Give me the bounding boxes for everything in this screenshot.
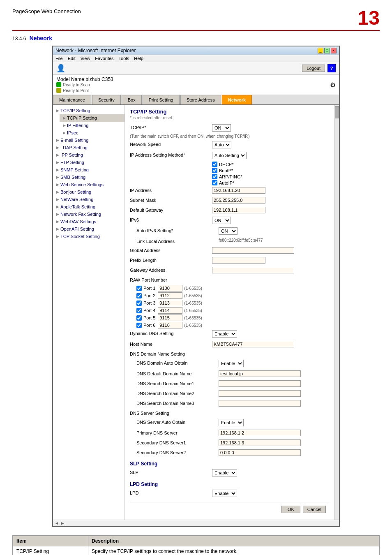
secondary-dns1-input[interactable] xyxy=(219,439,301,446)
menu-edit[interactable]: Edit xyxy=(68,56,76,61)
menu-file[interactable]: File xyxy=(55,56,63,61)
secondary-dns2-input[interactable] xyxy=(219,449,301,456)
global-address-input[interactable] xyxy=(212,247,294,254)
gateway-address-input[interactable] xyxy=(212,267,294,273)
sidebar-item-tcpip-group[interactable]: ▶ TCP/IP Setting xyxy=(53,107,125,114)
dynamic-dns-select[interactable]: EnableDisable xyxy=(212,330,237,338)
sidebar-item-networkfax[interactable]: ▶ Network Fax Setting xyxy=(53,210,125,218)
sidebar-item-ipp[interactable]: ▶ IPP Setting xyxy=(53,151,125,159)
tab-box[interactable]: Box xyxy=(122,95,142,104)
port2-input[interactable] xyxy=(158,292,182,299)
port5-checkbox[interactable] xyxy=(136,315,142,321)
port6-checkbox[interactable] xyxy=(136,323,142,328)
network-speed-value: Auto xyxy=(212,141,329,148)
sidebar-item-webdav[interactable]: ▶ WebDAV Settings xyxy=(53,218,125,225)
sidebar-item-ftp[interactable]: ▶ FTP Setting xyxy=(53,159,125,166)
raw-port-label-row: RAW Port Number xyxy=(130,276,329,283)
close-button[interactable]: × xyxy=(331,48,337,53)
sidebar-item-ipsec[interactable]: ▶ IPsec xyxy=(60,129,125,136)
port6-input[interactable] xyxy=(158,322,182,328)
tcpip-select[interactable]: ONOFF xyxy=(212,124,231,132)
sidebar-item-tcpip-setting[interactable]: ▶ TCP/IP Setting xyxy=(60,114,125,122)
maximize-button[interactable]: □ xyxy=(324,48,330,53)
network-speed-select[interactable]: Auto xyxy=(212,141,231,148)
port3-checkbox[interactable] xyxy=(136,301,142,306)
tab-network[interactable]: Network xyxy=(222,95,252,104)
default-gateway-row: Default Gateway xyxy=(130,206,329,214)
default-gateway-input[interactable] xyxy=(212,207,265,213)
tab-security[interactable]: Security xyxy=(92,95,121,104)
dns-domain-auto-label: DNS Domain Auto Obtain xyxy=(136,360,219,365)
tab-maintenance[interactable]: Maintenance xyxy=(53,95,91,104)
sidebar-item-openapi[interactable]: ▶ OpenAPI Setting xyxy=(53,225,125,233)
bootp-checkbox[interactable] xyxy=(212,168,217,173)
port4-input[interactable] xyxy=(158,307,182,314)
dns-domain-auto-select[interactable]: EnableDisable xyxy=(219,360,244,367)
ipv6-select[interactable]: ONOFF xyxy=(212,217,231,224)
menu-favorites[interactable]: Favorites xyxy=(95,56,113,61)
ip-method-select[interactable]: Auto Setting xyxy=(212,152,247,159)
sidebar-item-snmp[interactable]: ▶ SNMP Setting xyxy=(53,166,125,173)
minimize-button[interactable]: _ xyxy=(318,48,323,53)
host-name-input[interactable] xyxy=(212,341,294,347)
menu-tools[interactable]: Tools xyxy=(119,56,129,61)
link-local-label: Link-Local Address xyxy=(136,238,219,244)
slp-select[interactable]: EnableDisable xyxy=(212,469,237,476)
cancel-button[interactable]: Cancel xyxy=(303,506,326,513)
auto-ipv6-select[interactable]: ONOFF xyxy=(219,227,238,235)
sidebar-item-webservice[interactable]: ▶ Web Service Settings xyxy=(53,181,125,188)
dns-default-domain-row: DNS Default Domain Name xyxy=(130,370,329,378)
port3-input[interactable] xyxy=(158,300,182,306)
sidebar-item-ip-filtering[interactable]: ▶ IP Filtering xyxy=(60,122,125,129)
dns-search3-row: DNS Search Domain Name3 xyxy=(130,399,329,407)
port5-input[interactable] xyxy=(158,314,182,321)
port3-label: Port 3 xyxy=(143,301,155,305)
prefix-length-input[interactable] xyxy=(212,257,265,264)
scroll-thumb[interactable] xyxy=(335,106,339,118)
dns-search2-label: DNS Search Domain Name2 xyxy=(136,390,219,396)
tab-store-address[interactable]: Store Address xyxy=(180,95,221,104)
primary-dns-input[interactable] xyxy=(219,430,301,436)
secondary-dns1-label: Secondary DNS Server1 xyxy=(136,439,219,445)
subnet-mask-input[interactable] xyxy=(212,197,265,204)
scrollbar-vertical[interactable] xyxy=(334,105,339,520)
auto-ipv6-row: Auto IPv6 Setting* ONOFF xyxy=(130,227,329,236)
menu-help[interactable]: Help xyxy=(134,56,143,61)
lpd-select[interactable]: EnableDisable xyxy=(212,490,237,497)
tab-print-setting[interactable]: Print Setting xyxy=(143,95,180,104)
arpping-checkbox[interactable] xyxy=(212,174,217,179)
autoip-checkbox[interactable] xyxy=(212,180,217,185)
dns-search3-input[interactable] xyxy=(219,400,301,407)
lpd-label: LPD xyxy=(130,490,212,495)
port1-input[interactable] xyxy=(158,285,182,291)
dns-server-auto-select[interactable]: EnableDisable xyxy=(219,419,244,426)
port2-checkbox[interactable] xyxy=(136,293,142,298)
dhcp-checkbox[interactable] xyxy=(212,162,217,167)
port4-checkbox[interactable] xyxy=(136,308,142,313)
logout-button[interactable]: Logout xyxy=(302,65,325,72)
ok-button[interactable]: OK xyxy=(281,506,300,513)
sidebar-item-appletalk[interactable]: ▶ AppleTalk Setting xyxy=(53,203,125,210)
port6-row: Port 6 (1-65535) xyxy=(130,322,329,328)
reference-table: Item Description TCP/IP Setting Specify … xyxy=(12,535,380,555)
secondary-dns1-row: Secondary DNS Server1 xyxy=(130,439,329,447)
dns-search1-input[interactable] xyxy=(219,380,301,387)
menu-view[interactable]: View xyxy=(81,56,90,61)
dns-search3-label: DNS Search Domain Name3 xyxy=(136,400,219,406)
sidebar-item-netware[interactable]: ▶ NetWare Setting xyxy=(53,196,125,203)
sidebar-item-email[interactable]: ▶ E-mail Setting xyxy=(53,136,125,144)
sidebar-item-ldap[interactable]: ▶ LDAP Setting xyxy=(53,144,125,151)
sidebar-item-bonjour[interactable]: ▶ Bonjour Setting xyxy=(53,188,125,196)
help-button[interactable]: ? xyxy=(327,64,336,72)
main-content: TCP/IP Setting * is reflected after rese… xyxy=(125,105,334,520)
sidebar-item-tcpsocket[interactable]: ▶ TCP Socket Setting xyxy=(53,233,125,240)
ip-address-row: IP Address xyxy=(130,186,329,194)
sidebar: ▶ TCP/IP Setting ▶ TCP/IP Setting ▶ IP F… xyxy=(53,105,125,520)
refresh-icon[interactable]: ⚙ xyxy=(330,81,336,89)
dns-search2-input[interactable] xyxy=(219,390,301,397)
sidebar-item-smb[interactable]: ▶ SMB Setting xyxy=(53,173,125,181)
port1-row: Port 1 (1-65535) xyxy=(130,285,329,291)
port1-checkbox[interactable] xyxy=(136,286,142,291)
ip-address-input[interactable] xyxy=(212,187,265,194)
dns-default-domain-input[interactable] xyxy=(219,370,301,377)
